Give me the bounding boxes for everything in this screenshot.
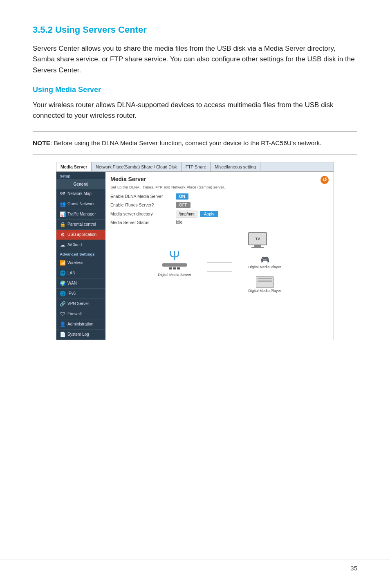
sidebar-top-label: Setup [56, 172, 105, 180]
sidebar-item-lan[interactable]: 🌐 LAN [56, 268, 105, 278]
vpn-server-icon: 🔗 [60, 301, 65, 307]
advanced-settings-label: Advanced Settings [56, 250, 105, 258]
router-sidebar: Setup General 🗺 Network Map 👥 Guest Netw… [56, 172, 105, 340]
sidebar-item-aicloud[interactable]: ☁ AiCloud [56, 240, 105, 250]
media-player-box [256, 276, 274, 288]
page-number: 35 [350, 565, 357, 572]
guest-network-icon: 👥 [60, 201, 65, 207]
router-main-area: Setup General 🗺 Network Map 👥 Guest Netw… [56, 172, 334, 340]
itunes-setting-row: Enable iTunes Server? OFF [110, 202, 329, 208]
router-ui-screenshot: Media Server Network Place(Samba) Share … [56, 162, 334, 340]
tab-network-place[interactable]: Network Place(Samba) Share / Cloud Disk [92, 162, 181, 171]
status-value: Idle [176, 220, 182, 224]
itunes-toggle[interactable]: OFF [176, 202, 191, 208]
sidebar-item-parental-control[interactable]: 🔒 Parental control [56, 220, 105, 230]
status-setting-row: Media Server Status Idle [110, 220, 329, 225]
wan-icon: 🌍 [60, 281, 65, 286]
gamepad-label: Digital Media Player [248, 265, 281, 269]
parental-control-icon: 🔒 [60, 222, 65, 227]
bottom-divider [0, 559, 390, 559]
firewall-icon: 🛡 [60, 311, 65, 317]
mp-line-1 [258, 278, 272, 279]
lan-icon: 🌐 [60, 270, 65, 276]
device-media-player: Digital Media Player [248, 276, 281, 293]
connection-lines [207, 253, 232, 272]
router-content-area: Media Server ↺ Set up the DLNA, iTunes, … [105, 172, 334, 340]
sidebar-item-wireless[interactable]: 📶 Wireless [56, 258, 105, 268]
traffic-manager-icon: 📊 [60, 211, 65, 217]
refresh-button[interactable]: ↺ [321, 176, 329, 184]
directory-value: /tmp/mnt [176, 211, 197, 218]
sidebar-item-traffic-manager[interactable]: 📊 Traffic Manager [56, 209, 105, 220]
media-server-title-text: Media Server [110, 176, 146, 182]
router-base [162, 263, 187, 267]
sidebar-item-ipv6[interactable]: 🌐 IPv6 [56, 289, 105, 299]
dlna-toggle[interactable]: ON [176, 193, 188, 200]
directory-setting-row: Media server directory /tmp/mnt Apply [110, 211, 329, 218]
apply-button[interactable]: Apply [200, 211, 218, 217]
server-label: Digital Media Server [158, 273, 191, 277]
sidebar-item-guest-network[interactable]: 👥 Guest Network [56, 199, 105, 209]
line-1 [207, 253, 232, 253]
line-2 [207, 262, 232, 263]
diagram-left: Ψ Digital Media Server [158, 248, 191, 277]
media-server-subtitle: Set up the DLNA, iTunes, FTP and Network… [110, 185, 329, 189]
gamepad-icon: 🎮 [260, 255, 269, 264]
system-log-icon: 📄 [60, 332, 65, 337]
tab-ftp-share[interactable]: FTP Share [182, 162, 211, 171]
sidebar-item-network-map[interactable]: 🗺 Network Map [56, 189, 105, 199]
dlna-setting-row: Enable DLNA Media Server ON [110, 193, 329, 200]
router-device-icon: Ψ [169, 248, 180, 263]
directory-label: Media server directory [110, 211, 176, 216]
sidebar-item-system-log[interactable]: 📄 System Log [56, 330, 105, 340]
tab-misc-setting[interactable]: Miscellaneous setting [211, 162, 260, 171]
tv-feet [251, 247, 264, 248]
usb-application-icon: ⚙ [60, 232, 65, 238]
mp-line-2 [258, 280, 272, 281]
media-player-label: Digital Media Player [248, 289, 281, 293]
sidebar-item-administration[interactable]: 👤 Administration [56, 319, 105, 330]
administration-icon: 👤 [60, 321, 65, 327]
note-box: NOTE: Before using the DLNA Media Server… [33, 131, 357, 155]
media-server-device: Ψ [162, 248, 187, 269]
router-tabs: Media Server Network Place(Samba) Share … [56, 162, 334, 172]
mp-line-3 [258, 281, 272, 282]
sidebar-item-wan[interactable]: 🌍 WAN [56, 278, 105, 289]
section-heading: 3.5.2 Using Servers Center [33, 25, 357, 35]
media-server-header: Media Server ↺ [110, 176, 329, 184]
network-map-icon: 🗺 [60, 191, 65, 197]
router-ports [169, 267, 180, 269]
line-3 [207, 272, 232, 272]
sidebar-item-usb-application[interactable]: ⚙ USB application [56, 230, 105, 240]
wireless-icon: 📶 [60, 260, 65, 266]
ipv6-icon: 🌐 [60, 291, 65, 296]
subheading: Using Media Server [33, 85, 357, 94]
sidebar-item-firewall[interactable]: 🛡 Firewall [56, 309, 105, 319]
tv-screen: TV [248, 232, 267, 245]
sidebar-item-vpn-server[interactable]: 🔗 VPN Server [56, 299, 105, 309]
diagram-right: TV 🎮 Digital Media Player [248, 232, 281, 293]
port-3 [177, 267, 180, 269]
note-label: NOTE [33, 139, 50, 146]
port-1 [169, 267, 172, 269]
note-text: NOTE: Before using the DLNA Media Server… [33, 138, 357, 148]
itunes-label: Enable iTunes Server? [110, 202, 176, 207]
intro-paragraph: Servers Center allows you to share the m… [33, 43, 357, 76]
dlna-label: Enable DLNA Media Server [110, 194, 176, 199]
tab-media-server[interactable]: Media Server [56, 162, 92, 171]
sidebar-general[interactable]: General [56, 180, 105, 189]
device-tv: TV [248, 232, 267, 248]
device-gamepad: 🎮 Digital Media Player [248, 255, 281, 269]
status-label: Media Server Status [110, 220, 176, 225]
subheading-paragraph: Your wireless router allows DLNA-support… [33, 100, 357, 121]
aicloud-icon: ☁ [60, 242, 65, 248]
diagram-area: Ψ Digital Media Server [110, 227, 329, 295]
port-2 [173, 267, 176, 269]
